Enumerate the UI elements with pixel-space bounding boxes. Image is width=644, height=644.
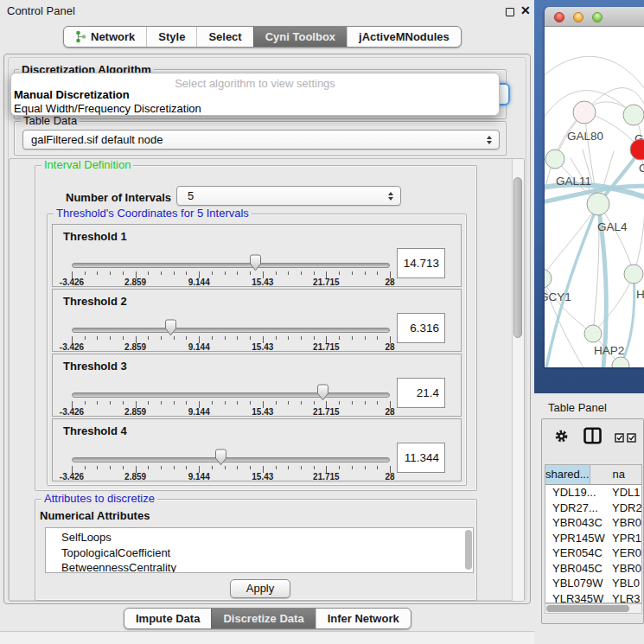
slider-track[interactable] <box>72 263 390 268</box>
algorithm-option-equal-width-frequency-discretization[interactable]: Equal Width/Frequency Discretization <box>14 102 498 116</box>
tick-mark <box>365 336 366 340</box>
zoom-traffic-light-icon[interactable] <box>592 12 603 22</box>
top-tab-bar: NetworkStyleSelectCyni ToolboxjActiveMNo… <box>63 26 462 48</box>
attribute-item-topologicalcoefficient[interactable]: TopologicalCoefficient <box>46 545 473 561</box>
apply-button[interactable]: Apply <box>230 579 290 598</box>
network-node-ga[interactable] <box>623 105 644 125</box>
tab-label: Network <box>91 30 135 43</box>
settings-gear-icon[interactable] <box>554 429 569 447</box>
minimize-traffic-light-icon[interactable] <box>573 12 583 22</box>
cell-name[interactable]: YBR0 <box>609 561 641 577</box>
checkbox-checked-icon[interactable] <box>615 430 624 446</box>
tab-select[interactable]: Select <box>196 27 252 47</box>
slider-track[interactable] <box>72 392 390 398</box>
scale-label: 2.859 <box>124 407 146 417</box>
slider-track[interactable] <box>72 457 390 462</box>
close-traffic-light-icon[interactable] <box>554 12 564 22</box>
tick-mark <box>110 336 111 340</box>
tick-mark <box>339 401 340 405</box>
cell-name[interactable]: YBL0 <box>609 576 641 591</box>
control-panel-title: Control Panel <box>7 4 75 17</box>
scale-label: 21.715 <box>313 342 340 352</box>
horizontal-scrollbar-track[interactable] <box>545 603 642 614</box>
tab-discretize-data[interactable]: Discretize Data <box>211 609 315 628</box>
threshold-value-field[interactable]: 11.344 <box>397 443 445 473</box>
algorithm-option-manual-discretization[interactable]: Manual Discretization <box>14 88 498 102</box>
slider-scale-labels: -3.4262.8599.14415.4321.71528 <box>72 277 390 288</box>
cell-shared-name[interactable]: YLR345W <box>545 591 609 604</box>
network-edge <box>546 204 598 367</box>
network-node-gal4[interactable] <box>587 193 609 215</box>
network-node-gal80[interactable] <box>573 101 596 124</box>
network-node-gal11[interactable] <box>545 150 564 169</box>
attributes-list-scrollbar-thumb[interactable] <box>465 530 472 570</box>
checkbox-checked-icon[interactable] <box>627 430 636 446</box>
cell-name[interactable]: YDR2 <box>609 501 641 516</box>
table-row[interactable]: YPR145WYPR1 <box>545 531 641 546</box>
table-row[interactable]: YDL19...YDL1 <box>545 485 641 501</box>
slider-scale-labels: -3.4262.8599.14415.4321.71528 <box>72 472 390 482</box>
table-data-combobox[interactable]: galFiltered.sif default node <box>22 130 500 150</box>
attribute-item-selfloops[interactable]: SelfLoops <box>46 530 473 545</box>
network-window-titlebar[interactable] <box>545 7 644 27</box>
vertical-scrollbar-thumb[interactable] <box>513 177 522 338</box>
network-node-c[interactable] <box>630 139 644 160</box>
split-columns-icon[interactable] <box>583 427 602 448</box>
table-row[interactable]: YBR043CYBR0 <box>545 515 641 531</box>
cell-name[interactable]: YBR0 <box>609 515 641 531</box>
table-row[interactable]: YBL079WYBL0 <box>545 576 641 591</box>
network-node-hap2[interactable] <box>584 325 602 342</box>
scale-label: 21.715 <box>313 277 340 287</box>
scale-label: -3.426 <box>60 277 84 287</box>
column-header-name[interactable]: na <box>590 465 641 484</box>
attribute-item-betweennesscentrality[interactable]: BetweennessCentrality <box>46 560 473 573</box>
cell-name[interactable]: YDL1 <box>609 485 641 501</box>
table-row[interactable]: YLR345WYLR3 <box>545 591 641 604</box>
tick-mark <box>225 466 226 469</box>
cell-shared-name[interactable]: YPR145W <box>545 531 609 546</box>
close-icon[interactable]: ✕ <box>520 3 531 17</box>
float-window-icon[interactable] <box>506 8 514 16</box>
tick-mark <box>225 271 226 275</box>
cell-name[interactable]: YPR1 <box>609 531 641 546</box>
network-edge <box>545 56 644 100</box>
tick-mark <box>365 271 366 275</box>
horizontal-scrollbar-thumb[interactable] <box>546 605 629 612</box>
cell-shared-name[interactable]: YDR27... <box>545 501 609 516</box>
network-window[interactable]: GAL80GACGAL11GAL4GCY1HHAP2 <box>545 7 644 367</box>
cell-shared-name[interactable]: YER054C <box>545 545 609 561</box>
cell-shared-name[interactable]: YDL19... <box>545 485 609 501</box>
tab-jactivemnodules[interactable]: jActiveMNodules <box>347 27 461 47</box>
threshold-label: Threshold 1 <box>63 230 127 243</box>
tick-mark <box>110 401 111 405</box>
attributes-list[interactable]: SelfLoopsTopologicalCoefficientBetweenne… <box>45 527 474 573</box>
cell-shared-name[interactable]: YBR045C <box>545 561 609 577</box>
cell-shared-name[interactable]: YBR043C <box>545 515 609 531</box>
tab-impute-data[interactable]: Impute Data <box>124 609 211 628</box>
network-edge <box>545 204 598 278</box>
threshold-value-field[interactable]: 6.316 <box>397 313 445 343</box>
column-header-shared-name[interactable]: shared... <box>545 465 590 484</box>
slider-thumb[interactable] <box>164 319 177 336</box>
tab-network[interactable]: Network <box>64 27 146 47</box>
table-row[interactable]: YBR045CYBR0 <box>545 561 641 577</box>
slider-thumb[interactable] <box>214 449 227 466</box>
threshold-value-field[interactable]: 21.4 <box>397 378 445 408</box>
network-canvas[interactable]: GAL80GACGAL11GAL4GCY1HHAP2 <box>545 27 644 367</box>
slider-thumb[interactable] <box>316 384 329 401</box>
cell-shared-name[interactable]: YBL079W <box>545 576 609 591</box>
threshold-value-field[interactable]: 14.713 <box>397 248 445 278</box>
tab-style[interactable]: Style <box>146 27 196 47</box>
cell-name[interactable]: YER0 <box>609 545 641 561</box>
network-node-gcy1[interactable] <box>545 269 552 288</box>
tick-mark <box>365 466 366 469</box>
cell-name[interactable]: YLR3 <box>609 591 641 604</box>
slider-track[interactable] <box>72 328 390 333</box>
slider-thumb[interactable] <box>249 254 262 271</box>
number-of-intervals-combobox[interactable]: 5 <box>176 186 401 206</box>
tab-infer-network[interactable]: Infer Network <box>316 609 411 628</box>
table-row[interactable]: YER054CYER0 <box>545 545 641 561</box>
network-node-h[interactable] <box>624 265 643 284</box>
tab-cyni-toolbox[interactable]: Cyni Toolbox <box>253 27 347 47</box>
table-row[interactable]: YDR27...YDR2 <box>545 501 641 516</box>
